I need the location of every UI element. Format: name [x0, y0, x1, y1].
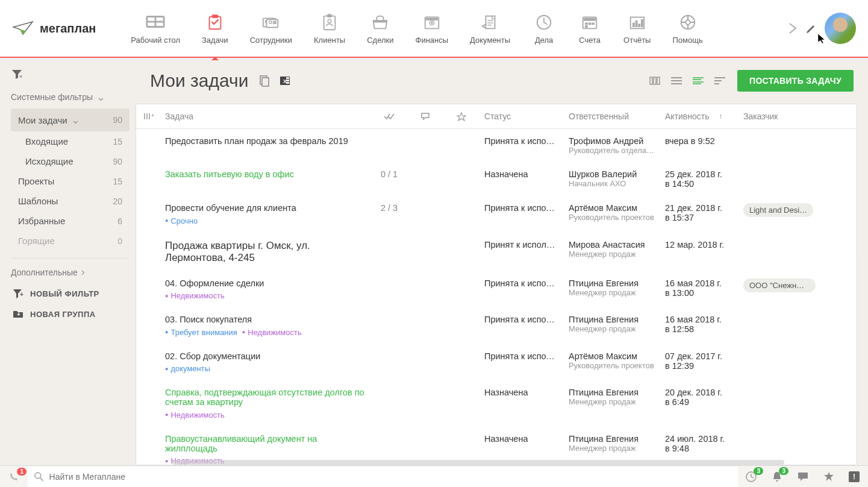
responsible-role: Руководитель отдела п…: [569, 146, 655, 155]
svg-rect-6: [212, 14, 217, 17]
new-group-button[interactable]: + НОВАЯ ГРУППА: [11, 304, 130, 324]
logo[interactable]: мегаплан: [12, 20, 96, 37]
accounts-icon: [578, 13, 602, 32]
main-area: × Системные фильтры Мои задачи90Входящие…: [0, 58, 868, 465]
activity-date: 16 мая 2018 г.: [665, 315, 734, 324]
activity-time: в 14:50: [665, 179, 734, 189]
activity-time: в 12:58: [665, 324, 734, 334]
svg-rect-54: [650, 77, 652, 84]
settings-column[interactable]: +: [136, 104, 160, 128]
sidebar-section-system-filters[interactable]: Системные фильтры: [11, 90, 130, 104]
user-avatar[interactable]: [825, 13, 856, 44]
task-counter: [371, 386, 407, 421]
sidebar-item[interactable]: Мои задачи90: [11, 108, 130, 131]
th-task[interactable]: Задача: [160, 104, 371, 128]
table-row[interactable]: Провести обучение для клиентаСрочно2 / 3…: [136, 196, 857, 233]
th-star-icon[interactable]: [443, 104, 479, 128]
nav-docs[interactable]: Документы: [459, 7, 521, 51]
svg-rect-16: [327, 14, 332, 17]
nav-finance[interactable]: Финансы: [405, 7, 460, 51]
create-task-button[interactable]: ПОСТАВИТЬ ЗАДАЧУ: [737, 70, 854, 92]
tasks-icon: [203, 13, 227, 32]
content-header: Мои задачи X ПОСТАВИТЬ ЗАДАЧУ: [136, 58, 868, 104]
nav-reports[interactable]: Отчёты: [613, 7, 661, 51]
th-done[interactable]: [371, 104, 407, 128]
responsible-role: Руководитель проектов: [569, 213, 655, 222]
svg-rect-48: [262, 78, 269, 86]
view-list-icon[interactable]: [669, 75, 684, 87]
svg-rect-53: [286, 82, 289, 84]
task-tag: Недвижимость: [165, 291, 225, 300]
nav-desktop[interactable]: Рабочий стол: [120, 7, 191, 51]
view-lines-icon[interactable]: [690, 75, 706, 87]
pencil-icon[interactable]: [805, 22, 817, 34]
excel-export-icon[interactable]: X: [278, 74, 292, 87]
th-customer[interactable]: Заказчик: [738, 104, 817, 128]
svg-rect-52: [286, 80, 289, 81]
task-tags: Недвижимость: [165, 409, 366, 419]
activity-date: 16 мая 2018 г.: [665, 278, 734, 288]
horizontal-scrollbar[interactable]: [172, 460, 785, 465]
sidebar-item[interactable]: Шаблоны20: [11, 191, 130, 211]
nav-help[interactable]: Помощь: [661, 7, 713, 51]
customer-pill[interactable]: ООО "Снежны…: [743, 278, 816, 292]
header-icons: X: [258, 74, 292, 87]
sidebar-item[interactable]: Избранные6: [11, 211, 130, 231]
section-label: Дополнительные: [11, 268, 78, 277]
svg-point-15: [328, 19, 331, 23]
svg-rect-30: [589, 22, 591, 24]
responsible-name: Мирова Анастасия: [569, 240, 655, 250]
copy-icon[interactable]: [258, 74, 271, 87]
sidebar-item[interactable]: Входящие15: [11, 131, 130, 151]
view-align-icon[interactable]: [712, 75, 728, 87]
sidebar-item[interactable]: Горящие0: [11, 231, 130, 251]
svg-rect-36: [639, 24, 640, 27]
nav-clients[interactable]: Клиенты: [303, 7, 356, 51]
svg-text:+: +: [17, 311, 20, 318]
activity-date: 12 мар. 2018 г.: [665, 240, 734, 250]
activity-time: в 15:37: [665, 213, 734, 222]
responsible-role: Менеджер продаж: [569, 444, 655, 453]
responsible-role: Руководитель проектов: [569, 361, 655, 370]
table-row[interactable]: 03. Поиск покупателяТребует вниманияНедв…: [136, 307, 857, 344]
responsible-role: Менеджер продаж: [569, 324, 655, 333]
responsible-role: Менеджер продаж: [569, 397, 655, 406]
table-row[interactable]: Справка, подтверждающая отсутствие долго…: [136, 380, 857, 427]
filter-funnel-icon[interactable]: ×: [11, 69, 130, 80]
table-row[interactable]: 04. Оформление сделкиНедвижимостьПринята…: [136, 271, 857, 308]
button-label: НОВЫЙ ФИЛЬТР: [30, 289, 99, 298]
activity-date: 20 дек. 2018 г.: [665, 388, 734, 397]
customer-pill[interactable]: Light and Desi…: [743, 203, 813, 217]
svg-rect-21: [426, 18, 437, 20]
sidebar-item[interactable]: Исходящие90: [11, 151, 130, 171]
nav-label: Клиенты: [314, 36, 345, 45]
nav-tasks[interactable]: Задачи: [191, 7, 239, 51]
table-row[interactable]: Заказать питьевую воду в офис0 / 1Назнач…: [136, 162, 857, 196]
table-row[interactable]: Предоставить план продаж за февраль 2019…: [136, 129, 857, 162]
chevron-down-icon: [71, 113, 80, 127]
svg-rect-2: [156, 17, 163, 21]
sidebar-divider: [11, 258, 130, 259]
th-activity[interactable]: Активность ↑: [660, 104, 738, 128]
task-title: Предоставить план продаж за февраль 2019: [165, 136, 366, 146]
sidebar-item[interactable]: Проекты15: [11, 171, 130, 191]
new-filter-button[interactable]: + НОВЫЙ ФИЛЬТР: [11, 283, 130, 304]
chevron-down-icon: [96, 90, 105, 104]
task-title: 03. Поиск покупателя: [165, 315, 366, 324]
nav-cases[interactable]: Дела: [521, 7, 567, 51]
th-status[interactable]: Статус: [479, 104, 564, 128]
nav-more-chevron[interactable]: [787, 20, 798, 37]
nav-employees[interactable]: Сотрудники: [239, 7, 303, 51]
svg-rect-12: [273, 21, 276, 22]
table-row[interactable]: 02. Сбор документациидокументыПринята к …: [136, 344, 857, 381]
th-responsible[interactable]: Ответственный: [564, 104, 660, 128]
responsible-role: Начальник АХО: [569, 179, 655, 188]
nav-accounts[interactable]: Счета: [567, 7, 613, 51]
svg-rect-22: [486, 16, 495, 28]
th-comment-icon[interactable]: [407, 104, 443, 128]
table-row[interactable]: Продажа квартиры г. Омск, ул. Лермонтова…: [136, 233, 857, 271]
view-columns-icon[interactable]: [647, 75, 663, 87]
sidebar-item-label: Избранные: [18, 216, 65, 226]
sidebar-section-additional[interactable]: Дополнительные: [11, 266, 130, 278]
nav-deals[interactable]: Сделки: [356, 7, 404, 51]
